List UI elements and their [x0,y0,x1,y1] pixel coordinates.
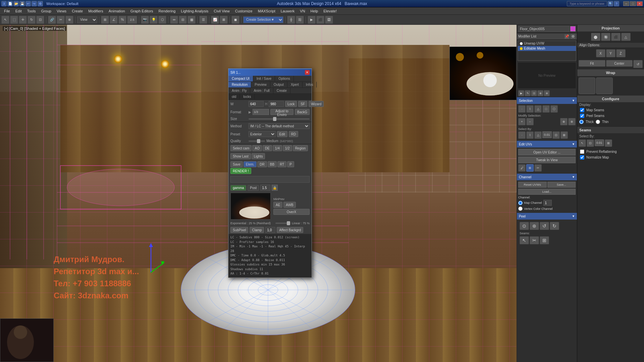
tb-angle-icon[interactable]: ∠ [110,16,118,24]
wizard-button[interactable]: Wizard [309,101,324,107]
gamma-lock-btn[interactable]: 🔒 [272,185,278,191]
tb-chain-icon[interactable]: ⛓ [296,16,304,24]
sel-by-vertex-btn[interactable]: · [518,131,526,139]
undo-icon[interactable]: ↩ [25,1,31,6]
load-channel-button[interactable]: Load... [518,189,576,195]
reset-proj-btn[interactable]: ↺ [633,60,643,68]
edit-uvs-collapse[interactable]: ▼ [572,142,575,146]
menu-tools[interactable]: Tools [24,8,39,14]
sel-by-far-val[interactable]: 0.01 [595,139,604,146]
uv-tool-4[interactable]: ⊕ [537,90,543,96]
render-dialog-close[interactable]: ✕ [305,70,310,75]
peel-btn-4[interactable]: ↻ [550,222,559,230]
lock-button[interactable]: Lock [285,101,297,107]
grow-sel-btn[interactable]: + [518,118,526,125]
tb-render-frame-icon[interactable]: ⬛ [316,16,324,24]
align-x-btn[interactable]: X [596,49,605,57]
peel-btn-2[interactable]: ⊛ [530,222,539,230]
search-box[interactable]: Type a keyword or phrase [567,1,607,6]
gamma-value-field[interactable] [260,185,270,191]
tb-render-active-icon[interactable]: 🖼 [325,16,333,24]
backg-button[interactable]: BackG [295,109,310,115]
proj-box-btn[interactable]: ⬛ [611,33,621,41]
tb-scale-icon[interactable]: ⊡ [36,16,44,24]
menu-file[interactable]: File [1,8,13,14]
tab-create[interactable]: Create [273,88,290,94]
bb-button[interactable]: BB [268,161,277,167]
sel-by-edge-btn[interactable]: ⌇ [526,131,534,139]
help-search-icon[interactable]: 🔍 [608,1,613,6]
peel-collapse[interactable]: ▼ [572,215,575,218]
sf-button[interactable]: SF [298,101,307,107]
menu-help[interactable]: Help [308,8,321,14]
peel-btn-1[interactable]: ⊙ [520,222,529,230]
save-channel-button[interactable]: Save... [547,182,576,188]
tab-xpert[interactable]: Xpert [287,82,303,87]
awb-button[interactable]: AWB [283,202,296,208]
sel-by-far-2[interactable]: ⊡ [587,139,594,147]
tab-anim-fly[interactable]: Anim : Fly [228,88,250,94]
tb-render-icon[interactable]: ▶ [308,16,316,24]
size-slider-thumb[interactable] [273,117,276,121]
thick-radio[interactable] [579,120,584,124]
menu-vn[interactable]: VN [297,8,308,14]
peel-btn-3[interactable]: ↺ [540,222,549,230]
tb-dope-icon[interactable]: ⊠ [220,16,228,24]
edge-button[interactable]: ⌇ [526,105,534,113]
half2-button[interactable]: 1/2 [283,145,292,151]
vertex-color-radio[interactable] [518,206,523,211]
tb-align-icon[interactable]: ⊟ [179,16,187,24]
dr-button[interactable]: DR [257,161,267,167]
tab-infos[interactable]: Infos [303,82,317,87]
seams-tool-3[interactable]: ⊞ [540,236,549,244]
redo-icon[interactable]: ↪ [32,1,37,6]
edit-preset-button[interactable]: Edit [277,131,287,137]
uv-tool-3[interactable]: ⊡ [531,90,537,96]
object-name-field[interactable] [518,26,570,32]
menu-group[interactable]: Group [38,8,54,14]
tab-output[interactable]: Output [270,82,287,87]
uv-edit-btn-1[interactable]: 🖊 [518,164,526,172]
quality-slider[interactable] [249,140,265,142]
tab-locks[interactable]: locks [240,94,255,100]
preset-select[interactable]: Exterior [249,131,276,137]
save-render-button[interactable]: Save [230,161,243,167]
region-button[interactable]: Region [293,145,308,151]
tb-percent-icon[interactable]: % [118,16,126,24]
tb-select-icon[interactable]: ↖ [1,16,9,24]
p-button[interactable]: P [287,161,294,167]
tb-mirror-icon[interactable]: ⇔ [170,16,178,24]
face-button[interactable]: △ [534,105,542,113]
size-slider[interactable] [249,118,310,120]
section-collapse-icon[interactable]: ▼ [572,99,575,102]
save-icon[interactable]: 💾 [19,1,25,6]
normalize-map-checkbox[interactable] [580,155,584,160]
select-cam-button[interactable]: Select cam [230,145,252,151]
tab-anim-full[interactable]: Anim : Full [250,88,273,94]
sel-by-extra2-btn[interactable]: ⊠ [560,131,568,139]
new-icon[interactable]: 📄 [7,1,13,6]
uv-tool-1[interactable]: ▶ [518,90,524,96]
tab-init-save[interactable]: Init / Save [253,76,275,81]
config-icon[interactable]: ⚙ [38,1,43,6]
app-icon[interactable]: 3 [1,1,7,6]
shrink-sel-btn[interactable]: − [526,118,534,125]
proj-sphere-btn[interactable]: ⬤ [591,33,600,41]
menu-lauwerk[interactable]: Lauwerk [278,8,298,14]
tb-snap-icon[interactable]: ⊞ [101,16,109,24]
menu-rendering[interactable]: Rendering [156,8,178,14]
open-uv-editor-button[interactable]: Open UV Editor ... [518,149,576,156]
close-button[interactable]: ✕ [637,1,643,6]
ae-button[interactable]: AE [273,202,282,208]
seams-tool-1[interactable]: ↖ [520,236,529,244]
tab-resolution[interactable]: Resolution [228,82,251,87]
tb-camera-icon[interactable]: 📷 [141,16,149,24]
polygon-button[interactable]: ⬡ [550,105,558,113]
ring-sel-btn[interactable]: ⊕ [560,118,568,125]
maximize-button[interactable]: □ [630,1,636,6]
sel-by-face-btn[interactable]: △ [534,131,542,139]
menu-maxscript[interactable]: MAXScript [255,8,278,14]
map-channel-spinbox[interactable] [543,200,552,206]
element-button[interactable]: □ [542,105,550,113]
menu-views[interactable]: Views [54,8,69,14]
